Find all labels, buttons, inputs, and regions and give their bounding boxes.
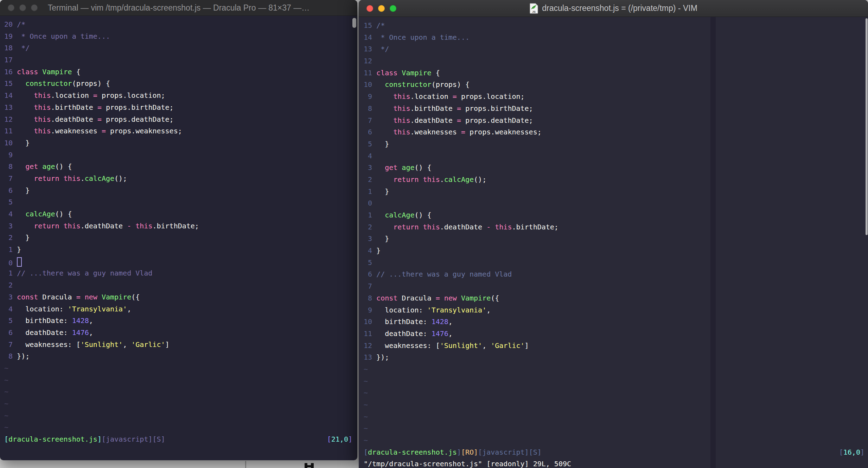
code-line: 14 this.location = props.location; [4, 90, 357, 102]
code-line: 11 this.weaknesses = props.weaknesses; [4, 125, 357, 137]
code-line: 4} [364, 245, 868, 257]
desktop: Terminal — vim /tmp/dracula-screenshot.j… [0, 0, 868, 468]
terminal-titlebar[interactable]: Terminal — vim /tmp/dracula-screenshot.j… [0, 0, 357, 16]
code-line: 9 [4, 149, 357, 161]
code-line: 5 birthDate: 1428, [4, 315, 357, 327]
code-line: 1} [4, 244, 357, 256]
code-line: 15/* [364, 20, 868, 32]
code-line: 3 get age() { [364, 162, 868, 174]
terminal-window[interactable]: Terminal — vim /tmp/dracula-screenshot.j… [0, 0, 357, 460]
code-line: 7 weaknesses: ['Sunlight', 'Garlic'] [4, 339, 357, 351]
code-line: 6 this.weaknesses = props.weaknesses; [364, 126, 868, 138]
empty-line-tilde: ~ [4, 386, 357, 398]
vim-buffer[interactable]: 15/*14 * Once upon a time...13 */1211cla… [364, 20, 868, 447]
code-line: 11 deathDate: 1476, [364, 328, 868, 340]
empty-line-tilde: ~ [4, 374, 357, 386]
svg-text:JS: JS [532, 10, 536, 13]
scrollbar-thumb[interactable] [352, 18, 356, 28]
code-line: 7 return this.calcAge(); [4, 173, 357, 185]
minimize-button[interactable] [19, 5, 26, 11]
window-title-text: dracula-screenshot.js = (/private/tmp) -… [542, 4, 697, 13]
code-line: 1 calcAge() { [364, 209, 868, 221]
wallpaper-line [245, 461, 246, 468]
empty-line-tilde: ~ [364, 399, 868, 411]
code-line: 7 this.deathDate = props.deathDate; [364, 115, 868, 127]
vim-statusline: [dracula-screenshot.js][javascript][S] [… [4, 434, 357, 445]
code-line: 8 get age() { [4, 161, 357, 173]
zoom-button[interactable] [390, 5, 396, 12]
empty-line-tilde: ~ [364, 435, 868, 447]
window-title: Terminal — vim /tmp/dracula-screenshot.j… [0, 3, 357, 13]
vim-buffer[interactable]: 20/*19 * Once upon a time...18 */1716cla… [4, 19, 357, 434]
code-line: 15 constructor(props) { [4, 78, 357, 90]
empty-line-tilde: ~ [4, 398, 357, 410]
code-line: 1 } [364, 186, 868, 198]
code-line: 5 [364, 257, 868, 269]
close-button[interactable] [366, 5, 373, 12]
window-title: JS dracula-screenshot.js = (/private/tmp… [359, 3, 868, 14]
traffic-lights [8, 5, 38, 11]
vim-cmdline: "/tmp/dracula-screenshot.js" [readonly] … [364, 458, 868, 468]
code-line: 12 weaknesses: ['Sunlight', 'Garlic'] [364, 340, 868, 352]
code-line: 12 [364, 55, 868, 67]
code-line: 9 this.location = props.location; [364, 91, 868, 103]
minimize-button[interactable] [378, 5, 385, 12]
code-line: 11class Vampire { [364, 67, 868, 79]
empty-line-tilde: ~ [364, 375, 868, 387]
code-line: 3const Dracula = new Vampire({ [4, 291, 357, 303]
code-line: 18 */ [4, 42, 357, 54]
vim-cmdline [4, 445, 357, 457]
vim-content[interactable]: 15/*14 * Once upon a time...13 */1211cla… [359, 17, 868, 468]
empty-line-tilde: ~ [364, 423, 868, 435]
statusline-file-info: [dracula-screenshot.js][RO][javascript][… [364, 447, 542, 458]
code-line: 3 } [364, 233, 868, 245]
close-button[interactable] [8, 5, 14, 11]
code-line: 14 * Once upon a time... [364, 32, 868, 44]
vim-statusline: [dracula-screenshot.js][RO][javascript][… [364, 447, 868, 458]
code-line: 19 * Once upon a time... [4, 31, 357, 43]
macvim-window[interactable]: JS dracula-screenshot.js = (/private/tmp… [359, 0, 868, 468]
empty-line-tilde: ~ [364, 363, 868, 375]
code-line: 6 } [4, 185, 357, 197]
code-line: 12 this.deathDate = props.deathDate; [4, 114, 357, 126]
code-line: 0 [4, 256, 357, 268]
code-line: 4 [364, 150, 868, 162]
code-line: 16class Vampire { [4, 66, 357, 78]
wallpaper-glyph [307, 465, 314, 467]
code-line: 20/* [4, 19, 357, 31]
empty-line-tilde: ~ [4, 410, 357, 422]
empty-line-tilde: ~ [364, 387, 868, 399]
code-line: 3 return this.deathDate - this.birthDate… [4, 220, 357, 232]
zoom-button[interactable] [31, 5, 38, 11]
js-file-icon: JS [529, 3, 538, 14]
vim-content[interactable]: 20/*19 * Once upon a time...18 */1716cla… [0, 16, 357, 460]
code-line: 2 return this.calcAge(); [364, 174, 868, 186]
code-line: 0 [364, 197, 868, 209]
code-line: 8 this.birthDate = props.birthDate; [364, 103, 868, 115]
code-line: 8}); [4, 350, 357, 362]
code-line: 2 return this.deathDate - this.birthDate… [364, 221, 868, 233]
code-line: 10 birthDate: 1428, [364, 316, 868, 328]
vim-cursor [17, 257, 22, 267]
empty-line-tilde: ~ [4, 422, 357, 434]
code-line: 2 [4, 279, 357, 291]
code-line: 17 [4, 54, 357, 66]
statusline-position: [16,0] [839, 447, 864, 458]
code-line: 13}); [364, 352, 868, 363]
code-line: 10 constructor(props) { [364, 79, 868, 91]
scrollbar-thumb[interactable] [866, 18, 868, 235]
code-line: 2 } [4, 232, 357, 244]
empty-line-tilde: ~ [364, 411, 868, 423]
code-line: 4 calcAge() { [4, 208, 357, 220]
window-title-text: Terminal — vim /tmp/dracula-screenshot.j… [48, 3, 310, 13]
code-line: 4 location: 'Transylvania', [4, 303, 357, 315]
statusline-file-info: [dracula-screenshot.js][javascript][S] [4, 434, 165, 445]
code-line: 9 location: 'Transylvania', [364, 304, 868, 316]
code-line: 6 deathDate: 1476, [4, 327, 357, 339]
macvim-titlebar[interactable]: JS dracula-screenshot.js = (/private/tmp… [359, 0, 868, 17]
code-line: 7 [364, 280, 868, 292]
code-line: 13 this.birthDate = props.birthDate; [4, 102, 357, 114]
code-line: 8const Dracula = new Vampire({ [364, 292, 868, 304]
empty-line-tilde: ~ [4, 362, 357, 374]
code-line: 5 [4, 196, 357, 208]
